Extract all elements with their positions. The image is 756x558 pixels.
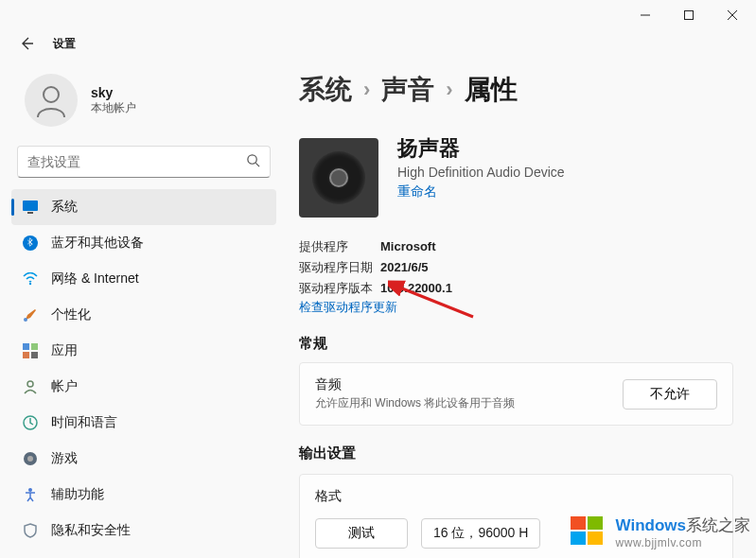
clock-globe-icon [23, 415, 38, 430]
minimize-button[interactable] [624, 0, 667, 30]
sidebar-item-system[interactable]: 系统 [11, 189, 276, 225]
driver-date-label: 驱动程序日期 [299, 257, 380, 278]
sidebar: sky 本地帐户 系统 蓝牙和其他设备 [0, 61, 284, 558]
driver-date-value: 2021/6/5 [380, 257, 429, 278]
sidebar-item-label: 帐户 [51, 378, 78, 395]
person-icon [32, 81, 70, 119]
output-format-card: 格式 测试 16 位，96000 H [299, 474, 733, 558]
wifi-icon [23, 271, 38, 287]
chevron-right-icon: › [363, 78, 370, 102]
driver-version-value: 10.0.22000.1 [380, 278, 452, 299]
sidebar-item-gaming[interactable]: 游戏 [11, 441, 276, 477]
user-subtitle: 本地帐户 [91, 100, 136, 116]
user-name: sky [91, 85, 136, 100]
sidebar-item-label: 应用 [51, 342, 78, 359]
close-button[interactable] [711, 0, 754, 30]
audio-label: 音频 [315, 376, 515, 393]
bluetooth-icon [23, 235, 38, 251]
maximize-icon [684, 10, 694, 20]
back-button[interactable] [15, 32, 38, 55]
svg-rect-7 [23, 201, 38, 211]
svg-point-9 [23, 235, 38, 251]
search-icon [246, 153, 260, 170]
driver-version-label: 驱动程序版本 [299, 278, 380, 299]
svg-point-4 [44, 87, 59, 102]
app-title: 设置 [53, 36, 76, 52]
sidebar-item-apps[interactable]: 应用 [11, 333, 276, 369]
apps-icon [23, 343, 38, 358]
deny-button[interactable]: 不允许 [623, 379, 717, 410]
test-button[interactable]: 测试 [315, 518, 408, 549]
sidebar-item-network[interactable]: 网络 & Internet [11, 261, 276, 297]
sidebar-item-time-language[interactable]: 时间和语言 [11, 405, 276, 441]
sidebar-item-label: 游戏 [51, 450, 78, 467]
device-subtitle: High Definition Audio Device [397, 165, 565, 180]
svg-rect-12 [23, 343, 29, 350]
sidebar-item-bluetooth[interactable]: 蓝牙和其他设备 [11, 225, 276, 261]
svg-point-10 [29, 283, 31, 285]
device-header: 扬声器 High Definition Audio Device 重命名 [299, 134, 733, 218]
format-label: 格式 [315, 488, 717, 505]
svg-point-5 [248, 155, 256, 164]
search-box[interactable] [17, 146, 271, 178]
display-icon [23, 200, 38, 215]
chevron-right-icon: › [446, 78, 452, 102]
breadcrumb-properties: 属性 [465, 72, 518, 108]
sidebar-item-label: 时间和语言 [51, 414, 117, 431]
provider-label: 提供程序 [299, 236, 380, 257]
audio-permission-card: 音频 允许应用和 Windows 将此设备用于音频 不允许 [299, 362, 733, 426]
svg-rect-14 [23, 352, 29, 358]
format-dropdown[interactable]: 16 位，96000 H [421, 518, 540, 549]
paintbrush-icon [23, 307, 38, 323]
rename-link[interactable]: 重命名 [397, 183, 565, 201]
audio-description: 允许应用和 Windows 将此设备用于音频 [315, 395, 515, 411]
sidebar-item-label: 辅助功能 [51, 486, 104, 503]
svg-point-16 [27, 381, 33, 387]
arrow-left-icon [19, 36, 34, 51]
sidebar-item-label: 隐私和安全性 [51, 522, 131, 539]
sidebar-item-label: 个性化 [51, 306, 91, 323]
device-title: 扬声器 [397, 134, 565, 163]
close-icon [728, 10, 737, 20]
provider-value: Microsoft [380, 236, 436, 257]
svg-rect-1 [685, 11, 694, 20]
speaker-device-icon [299, 138, 378, 218]
search-input[interactable] [27, 154, 246, 169]
svg-rect-13 [31, 343, 38, 350]
sidebar-item-label: 网络 & Internet [51, 270, 139, 288]
user-profile[interactable]: sky 本地帐户 [11, 70, 276, 142]
svg-line-6 [255, 163, 259, 166]
svg-point-19 [27, 456, 33, 462]
breadcrumb: 系统 › 声音 › 属性 [299, 72, 733, 108]
window-titlebar [0, 0, 756, 30]
accessibility-icon [23, 487, 38, 502]
avatar [25, 74, 78, 127]
gamepad-icon [23, 451, 38, 466]
svg-rect-8 [27, 212, 33, 214]
shield-icon [23, 523, 38, 538]
general-section-title: 常规 [299, 335, 733, 353]
output-section-title: 输出设置 [299, 445, 733, 462]
sidebar-item-accounts[interactable]: 帐户 [11, 369, 276, 405]
minimize-icon [641, 10, 650, 20]
sidebar-item-label: 系统 [51, 199, 78, 216]
breadcrumb-sound[interactable]: 声音 [381, 72, 434, 108]
sidebar-item-label: 蓝牙和其他设备 [51, 235, 144, 252]
main-content: 系统 › 声音 › 属性 扬声器 High Definition Audio D… [284, 61, 756, 558]
breadcrumb-system[interactable]: 系统 [299, 72, 352, 108]
person-icon [23, 379, 38, 394]
sidebar-item-accessibility[interactable]: 辅助功能 [11, 477, 276, 513]
sidebar-item-personalization[interactable]: 个性化 [11, 297, 276, 333]
svg-point-20 [28, 488, 32, 492]
sidebar-item-privacy[interactable]: 隐私和安全性 [11, 513, 276, 549]
check-driver-update-link[interactable]: 检查驱动程序更新 [299, 299, 733, 316]
svg-rect-15 [31, 352, 38, 358]
maximize-button[interactable] [667, 0, 711, 30]
svg-point-11 [24, 318, 27, 322]
